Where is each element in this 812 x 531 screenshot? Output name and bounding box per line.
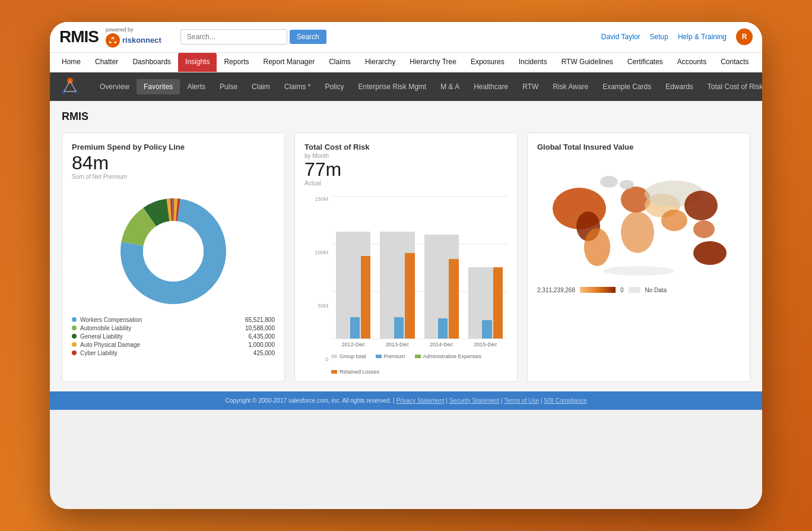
nav-chatter[interactable]: Chatter [88,53,125,72]
dark-nav-rtw[interactable]: RTW [515,79,545,94]
dark-nav-ma[interactable]: M & A [433,79,467,94]
nav-hierarchy[interactable]: Hierarchy [358,53,402,72]
brand-logo: riskonnect [106,33,161,48]
legend-color-group [331,355,337,358]
svg-point-29 [693,241,727,265]
bar-orange-2015 [493,267,503,339]
svg-line-8 [64,81,70,91]
chart-legend: Group total Premium Administrative Expen… [331,353,508,362]
map-gradient [580,287,616,293]
nav-certificates[interactable]: Certificates [620,53,670,72]
bar-orange-2014 [449,259,458,339]
bar-blue-2015 [482,320,491,339]
dark-nav-edwards[interactable]: Edwards [658,79,700,94]
footer-terms[interactable]: Terms of Use [504,397,539,404]
map-legend: 2,311,239,268 0 No Data [537,287,740,293]
legend-general-liability: General Liability 6,435,000 [72,333,275,340]
legend-auto-liability: Automobile Liability 10,588,000 [72,325,275,331]
dark-nav-claims-star[interactable]: Claims * [277,79,318,94]
top-nav-right: David Taylor Setup Help & Training R [601,29,753,45]
nav-contacts[interactable]: Contacts [713,53,756,72]
bar-group-2013 [380,196,414,339]
global-card-title: Global Total Insured Value [537,143,740,151]
world-map [544,161,734,280]
svg-point-27 [684,191,718,220]
footer-security[interactable]: Security Statement [449,397,499,404]
brand-circle [106,33,120,48]
user-avatar[interactable]: R [736,29,753,45]
app-logo: RMIS [59,27,99,46]
legend-retained: Retained Losses [331,369,379,375]
dark-nav-overview[interactable]: Overview [93,79,137,94]
nav-home[interactable]: Home [55,53,88,72]
nav-insights[interactable]: Insights [178,53,217,72]
legend-color-retained [331,370,337,374]
setup-link[interactable]: Setup [650,33,668,41]
bar-blue-2014 [438,318,448,339]
nav-report-manager[interactable]: Report Manager [256,53,322,72]
dark-nav-policy[interactable]: Policy [318,79,351,94]
bar-group-2015 [468,196,503,339]
bar-blue-2013 [394,317,404,339]
bar-group-2012 [336,196,370,339]
donut-chart-container [72,192,275,311]
nav-incidents[interactable]: Incidents [512,53,554,72]
no-data-box [629,287,640,293]
svg-point-31 [620,180,634,189]
dark-nav-total-cost[interactable]: Total Cost of Risk [700,79,762,94]
bar-chart-container: 150M 100M 50M 0 [304,196,508,362]
svg-point-32 [603,266,674,276]
bar-blue-2012 [350,317,360,339]
dark-nav-claim[interactable]: Claim [245,79,277,94]
nav-rtw[interactable]: RTW Guidelines [554,53,620,72]
svg-point-18 [143,221,204,282]
svg-point-23 [621,211,654,253]
hline-0 [331,339,508,339]
nav-hierarchy-tree[interactable]: Hierarchy Tree [402,53,464,72]
legend-admin: Administrative Expenses [415,353,482,359]
dark-nav-example[interactable]: Example Cards [595,79,658,94]
dark-nav-pulse[interactable]: Pulse [212,79,245,94]
footer-text: Copyright © 2000-2017 salesforce.com, in… [225,397,396,404]
legend-group-total: Group total [331,353,366,359]
bar-area [331,196,508,339]
bar-y-labels: 150M 100M 50M 0 [304,196,328,362]
premium-big-number: 84m [72,153,275,173]
nav-accounts[interactable]: Accounts [670,53,713,72]
nav-claims[interactable]: Claims [322,53,358,72]
help-link[interactable]: Help & Training [678,33,727,41]
svg-point-26 [661,210,687,231]
global-card: Global Total Insured Value [527,132,750,382]
dark-nav: Overview Favorites Alerts Pulse Claim Cl… [50,72,762,101]
dark-nav-favorites[interactable]: Favorites [137,79,180,94]
total-cost-card: Total Cost of Risk by Month 77m Actual 1… [294,132,518,382]
dark-nav-logo [59,75,81,99]
user-menu[interactable]: David Taylor [601,33,640,41]
map-zero: 0 [620,287,624,293]
dark-nav-risk-aware[interactable]: Risk Aware [545,79,595,94]
bar-groups [331,196,508,339]
search-input[interactable] [180,29,287,45]
nav-reports[interactable]: Reports [217,53,256,72]
nav-dashboards[interactable]: Dashboards [125,53,178,72]
premium-card: Premium Spend by Policy Line 84m Sum of … [62,132,285,382]
donut-chart [114,192,233,311]
total-cost-title: Total Cost of Risk [304,143,508,151]
x-label-2014: 2014-Dec [424,342,459,347]
nav-exposures[interactable]: Exposures [464,53,512,72]
bar-orange-2013 [405,253,414,339]
dark-nav-healthcare[interactable]: Healthcare [467,79,515,94]
tablet-frame: RMIS powered by riskonnect Search David … [50,22,762,509]
search-button[interactable]: Search [290,30,326,44]
legend-workers-comp: Workers Compensation 65,521,800 [72,317,275,323]
main-nav: Home Chatter Dashboards Insights Reports… [50,53,762,72]
footer-508[interactable]: 508 Compliance [544,397,586,404]
search-bar[interactable]: Search [180,29,326,45]
premium-card-title: Premium Spend by Policy Line [72,143,275,151]
nav-cert-req[interactable]: Certificate Requirement [756,53,762,72]
dark-nav-alerts[interactable]: Alerts [180,79,212,94]
dark-nav-enterprise[interactable]: Enterprise Risk Mgmt [351,79,433,94]
x-label-2013: 2013-Dec [380,342,414,347]
top-nav: RMIS powered by riskonnect Search David … [50,22,762,53]
footer-privacy[interactable]: Privacy Statement [396,397,444,404]
